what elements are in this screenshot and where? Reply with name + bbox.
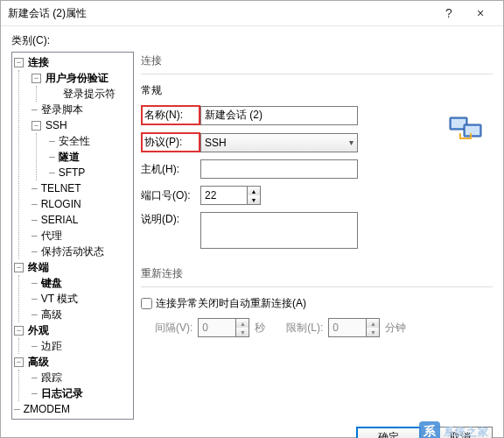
dialog-window: 新建会话 (2)属性 ? × 类别(C): −连接 −用户身份验证 xyxy=(0,0,504,438)
tree-node-keyboard[interactable]: –键盘 xyxy=(32,275,131,291)
tree-node-vt-mode[interactable]: –VT 模式 xyxy=(32,291,131,307)
spin-down-icon[interactable]: ▼ xyxy=(248,195,260,204)
close-button[interactable]: × xyxy=(465,1,496,25)
connection-icon xyxy=(448,112,485,146)
tree-node-logging[interactable]: –日志记录 xyxy=(32,385,131,401)
spin-up-icon[interactable]: ▲ xyxy=(248,187,260,195)
collapse-icon[interactable]: − xyxy=(14,58,24,67)
category-label: 类别(C): xyxy=(11,33,493,48)
tree-node-rlogin[interactable]: –RLOGIN xyxy=(32,196,131,212)
port-spinner[interactable]: ▲▼ xyxy=(200,186,261,205)
minutes-label: 分钟 xyxy=(385,321,406,336)
protocol-label: 协议(P): xyxy=(141,132,200,152)
tree-node-keepalive[interactable]: –保持活动状态 xyxy=(32,244,131,259)
auto-reconnect-input[interactable] xyxy=(141,298,152,309)
category-tree[interactable]: −连接 −用户身份验证 登录提示符 –登录脚本 xyxy=(11,52,134,420)
limit-label: 限制(L): xyxy=(286,321,323,336)
general-form: 名称(N): 协议(P): SSH ▾ xyxy=(141,105,493,249)
cancel-button[interactable]: 取消 xyxy=(428,427,493,438)
tree-node-security[interactable]: –安全性 xyxy=(49,133,131,149)
tree-node-connection[interactable]: −连接 xyxy=(14,54,131,70)
host-label: 主机(H): xyxy=(141,162,200,177)
port-label: 端口号(O): xyxy=(141,188,200,203)
window-title: 新建会话 (2)属性 xyxy=(8,6,433,21)
collapse-icon[interactable]: − xyxy=(14,326,24,336)
tree-node-login-script[interactable]: –登录脚本 xyxy=(32,102,131,117)
dialog-body: 类别(C): −连接 −用户身份验证 登录提示符 xyxy=(1,26,503,427)
tree-node-telnet[interactable]: –TELNET xyxy=(32,180,131,196)
svg-rect-3 xyxy=(466,126,480,135)
tree-node-user-auth[interactable]: −用户身份验证 xyxy=(32,70,131,86)
limit-input xyxy=(328,318,367,337)
port-input[interactable] xyxy=(200,186,248,205)
tree-node-ssh[interactable]: −SSH xyxy=(32,117,131,133)
spin-up-icon: ▲ xyxy=(236,319,248,328)
reconnect-fields: 间隔(V): ▲▼ 秒 限制(L): ▲▼ 分钟 xyxy=(141,318,493,337)
ok-button[interactable]: 确定 xyxy=(356,427,421,438)
host-input[interactable] xyxy=(200,159,358,179)
group-general-label: 常规 xyxy=(141,83,493,98)
seconds-label: 秒 xyxy=(255,321,265,336)
chevron-down-icon: ▾ xyxy=(349,138,354,147)
reconnect-title: 重新连接 xyxy=(141,265,493,287)
spin-down-icon: ▼ xyxy=(236,328,248,336)
tree-node-serial[interactable]: –SERIAL xyxy=(32,212,131,228)
tree-node-appearance[interactable]: −外观 xyxy=(14,322,131,338)
dialog-footer: 确定 取消 系系统之家 xyxy=(1,427,503,438)
tree-node-login-prompt[interactable]: 登录提示符 xyxy=(49,86,131,102)
interval-spinner[interactable]: ▲▼ xyxy=(198,318,249,337)
section-title: 连接 xyxy=(141,52,493,74)
tree-node-terminal[interactable]: −终端 xyxy=(14,259,131,275)
limit-spinner[interactable]: ▲▼ xyxy=(328,318,380,337)
interval-label: 间隔(V): xyxy=(155,321,192,336)
protocol-select[interactable]: SSH ▾ xyxy=(200,133,358,152)
description-textarea[interactable] xyxy=(200,212,358,249)
auto-reconnect-label: 连接异常关闭时自动重新连接(A) xyxy=(156,296,306,311)
tree-node-zmodem[interactable]: –ZMODEM xyxy=(14,401,131,417)
tree-node-sftp[interactable]: –SFTP xyxy=(49,165,131,180)
spin-up-icon: ▲ xyxy=(367,319,379,328)
interval-input xyxy=(198,318,236,337)
protocol-value: SSH xyxy=(205,137,227,149)
description-label: 说明(D): xyxy=(141,212,200,227)
tree-node-trace[interactable]: –跟踪 xyxy=(32,370,131,385)
tree-node-margin[interactable]: –边距 xyxy=(32,338,131,354)
spin-down-icon: ▼ xyxy=(367,328,379,336)
tree-node-tunnel[interactable]: –隧道 xyxy=(49,149,131,165)
name-label: 名称(N): xyxy=(141,105,200,125)
titlebar: 新建会话 (2)属性 ? × xyxy=(1,1,503,26)
collapse-icon[interactable]: − xyxy=(32,121,41,131)
name-input[interactable] xyxy=(200,106,358,125)
collapse-icon[interactable]: − xyxy=(32,74,41,83)
auto-reconnect-checkbox[interactable]: 连接异常关闭时自动重新连接(A) xyxy=(141,296,493,311)
main-area: −连接 −用户身份验证 登录提示符 –登录脚本 xyxy=(11,52,493,420)
tree-node-proxy[interactable]: –代理 xyxy=(32,228,131,244)
tree-node-advanced[interactable]: −高级 xyxy=(14,354,131,370)
tree-node-advanced-term[interactable]: –高级 xyxy=(32,307,131,322)
collapse-icon[interactable]: − xyxy=(14,357,24,367)
content-panel: 连接 常规 名称(N): 协议(P): xyxy=(141,52,493,420)
reconnect-group: 重新连接 连接异常关闭时自动重新连接(A) 间隔(V): ▲▼ 秒 限制(L xyxy=(141,265,493,337)
help-button[interactable]: ? xyxy=(433,1,465,25)
collapse-icon[interactable]: − xyxy=(14,263,24,272)
